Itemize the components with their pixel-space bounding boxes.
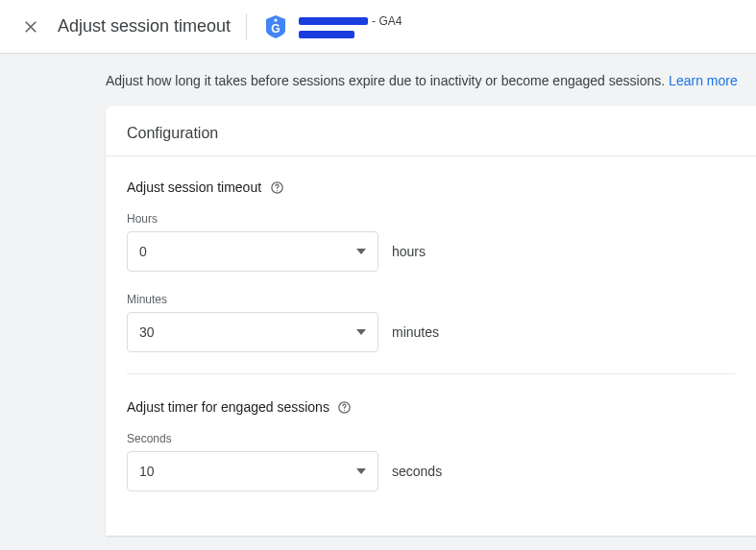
engaged-heading: Adjust timer for engaged sessions bbox=[127, 399, 735, 415]
close-icon bbox=[22, 18, 39, 36]
card-title: Configuration bbox=[106, 106, 756, 156]
page-title: Adjust session timeout bbox=[58, 16, 231, 36]
configuration-card: Configuration Adjust session timeout Hou… bbox=[106, 106, 756, 536]
svg-text:G: G bbox=[271, 22, 280, 36]
hours-unit: hours bbox=[392, 244, 426, 259]
dropdown-arrow-icon bbox=[356, 468, 366, 474]
redacted-property-name bbox=[299, 17, 368, 25]
description-text: Adjust how long it takes before sessions… bbox=[106, 73, 665, 88]
engaged-help-button[interactable] bbox=[337, 399, 353, 415]
seconds-unit: seconds bbox=[392, 464, 442, 479]
dropdown-arrow-icon bbox=[356, 249, 366, 254]
close-button[interactable] bbox=[12, 8, 50, 46]
minutes-value: 30 bbox=[139, 324, 155, 340]
ga4-tag-icon: G bbox=[262, 13, 289, 40]
seconds-select[interactable]: 10 bbox=[127, 451, 378, 491]
property-info: - GA4 bbox=[299, 14, 402, 38]
dropdown-arrow-icon bbox=[356, 329, 366, 335]
minutes-label: Minutes bbox=[127, 293, 735, 306]
help-icon bbox=[270, 180, 284, 195]
description-row: Adjust how long it takes before sessions… bbox=[0, 54, 756, 106]
session-timeout-help-button[interactable] bbox=[269, 179, 284, 195]
help-icon bbox=[337, 400, 352, 415]
minutes-select[interactable]: 30 bbox=[127, 312, 378, 352]
header-divider bbox=[246, 13, 247, 40]
session-timeout-heading: Adjust session timeout bbox=[127, 179, 735, 195]
svg-point-7 bbox=[344, 410, 345, 411]
engaged-heading-text: Adjust timer for engaged sessions bbox=[127, 399, 329, 415]
panel-header: Adjust session timeout G - GA4 bbox=[0, 0, 756, 54]
hours-select[interactable]: 0 bbox=[127, 231, 378, 272]
section-divider bbox=[127, 373, 735, 374]
svg-point-5 bbox=[277, 190, 278, 191]
hours-label: Hours bbox=[127, 212, 735, 226]
hours-value: 0 bbox=[139, 244, 147, 259]
seconds-label: Seconds bbox=[127, 432, 735, 445]
property-suffix: - GA4 bbox=[372, 14, 402, 28]
learn-more-link[interactable]: Learn more bbox=[669, 73, 738, 88]
redacted-property-id bbox=[299, 31, 354, 38]
session-timeout-heading-text: Adjust session timeout bbox=[127, 179, 261, 195]
seconds-value: 10 bbox=[139, 464, 155, 479]
minutes-unit: minutes bbox=[392, 324, 439, 340]
